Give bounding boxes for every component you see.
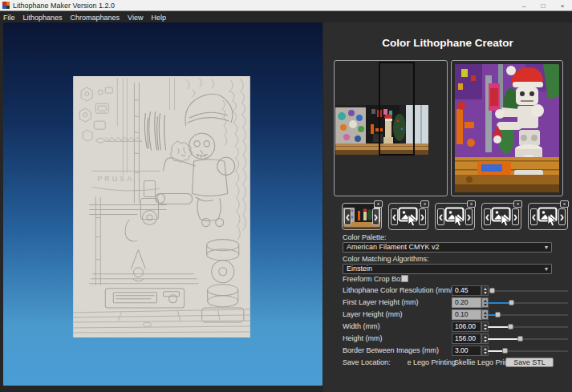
channel-widget-1[interactable]: ❮ ❯ x: [342, 203, 382, 230]
color-matching-value: Einstein: [347, 265, 372, 273]
resolution-input[interactable]: 0.45: [452, 285, 481, 296]
add-image-icon: [538, 206, 559, 228]
next-image-button[interactable]: ❯: [512, 208, 519, 225]
slider-handle[interactable]: [517, 336, 523, 341]
color-palette-value: American Filament CMYK v2: [347, 243, 440, 251]
spin-up-icon[interactable]: [484, 312, 487, 314]
slider-track: [488, 290, 568, 292]
remove-image-button[interactable]: x: [420, 200, 429, 208]
width-label: Width (mm): [343, 322, 380, 330]
next-image-button[interactable]: ❯: [372, 208, 379, 225]
remove-image-button[interactable]: x: [374, 200, 383, 208]
processed-preview: [455, 64, 559, 192]
menu-help[interactable]: Help: [151, 14, 166, 22]
next-image-button[interactable]: ❯: [419, 208, 426, 225]
slider-fill: [488, 338, 520, 340]
close-button[interactable]: ×: [553, 0, 572, 11]
slider-handle[interactable]: [495, 312, 501, 317]
chevron-down-icon: ▾: [545, 243, 548, 252]
color-matching-select[interactable]: Einstein ▾: [343, 264, 552, 274]
lithophane-3d-viewport[interactable]: PRUSA: [3, 22, 323, 386]
next-image-button[interactable]: ❯: [465, 208, 473, 225]
color-matching-label: Color Matching Algorithms:: [343, 255, 429, 263]
slider-fill: [488, 326, 510, 328]
spin-up-icon[interactable]: [484, 336, 487, 338]
next-image-button[interactable]: ❯: [558, 208, 566, 225]
source-image-box: [334, 60, 448, 196]
slider-handle[interactable]: [509, 300, 514, 305]
channel-widget-4[interactable]: ❮ ❯ x: [481, 203, 521, 230]
color-palette-select[interactable]: American Filament CMYK v2 ▾: [343, 242, 552, 253]
layer-height-label: Layer Height (mm): [343, 310, 403, 318]
prev-image-button[interactable]: ❮: [484, 208, 491, 225]
page-title: Color Lithophane Creator: [323, 37, 572, 49]
menubar: File Lithophanes Chromaphanes View Help: [0, 12, 572, 22]
add-image-icon: [398, 206, 420, 228]
prev-image-button[interactable]: ❮: [437, 208, 444, 225]
height-label: Height (mm): [343, 334, 383, 342]
first-layer-height-slider[interactable]: [488, 297, 568, 308]
prev-image-button[interactable]: ❮: [530, 208, 538, 225]
relief-prusa-text: PRUSA: [97, 175, 134, 183]
app-window: Lithophane Maker Version 1.2.0 – □ × Fil…: [0, 0, 572, 392]
lithophane-relief: PRUSA: [73, 76, 250, 337]
width-slider[interactable]: [488, 321, 568, 332]
prev-image-button[interactable]: ❮: [344, 208, 351, 225]
save-location-path[interactable]: es/Skellie Lego Printing/: [408, 358, 456, 366]
app-icon: [2, 2, 10, 9]
channel-thumbnail-row: ❮ ❯ x ❮ ❯ x: [342, 200, 569, 232]
spin-down-icon[interactable]: [484, 304, 487, 306]
first-layer-height-label: First Layer Height (mm): [343, 298, 419, 306]
minimize-button[interactable]: –: [514, 0, 533, 11]
layer-height-input[interactable]: 0.10: [452, 309, 481, 320]
remove-image-button[interactable]: x: [560, 200, 569, 208]
border-between-images-label: Border Between Images (mm): [343, 346, 439, 354]
width-input[interactable]: 106.00: [452, 321, 481, 332]
color-lithophane-panel: Color Lithophane Creator: [323, 22, 572, 392]
layer-height-slider[interactable]: [488, 309, 568, 320]
border-between-images-input[interactable]: 3.00: [452, 346, 481, 356]
menu-lithophanes[interactable]: Lithophanes: [23, 14, 63, 22]
spin-down-icon[interactable]: [484, 328, 487, 330]
add-image-icon: [444, 206, 466, 228]
border-slider[interactable]: [488, 346, 568, 356]
height-input[interactable]: 156.00: [452, 333, 481, 344]
save-location-label: Save Location:: [343, 358, 391, 366]
slider-handle[interactable]: [489, 288, 495, 293]
channel-widget-5[interactable]: ❮ ❯ x: [528, 203, 568, 230]
remove-image-button[interactable]: x: [467, 200, 476, 208]
spin-up-icon[interactable]: [484, 288, 487, 290]
spin-down-icon[interactable]: [484, 340, 487, 342]
save-stl-button[interactable]: Save STL: [505, 358, 554, 367]
prev-image-button[interactable]: ❮: [391, 208, 398, 225]
resolution-label: Lithophane Color Resolution (mm/pixel): [343, 286, 469, 294]
spin-up-icon[interactable]: [484, 348, 487, 350]
spin-up-icon[interactable]: [484, 324, 487, 326]
remove-image-button[interactable]: x: [513, 200, 522, 208]
window-title: Lithophane Maker Version 1.2.0: [13, 0, 115, 11]
chevron-down-icon: ▾: [545, 265, 548, 273]
crop-rectangle[interactable]: [379, 62, 415, 156]
channel-widget-2[interactable]: ❮ ❯ x: [388, 203, 428, 230]
spin-down-icon[interactable]: [484, 292, 487, 294]
slider-handle[interactable]: [508, 324, 513, 329]
freeform-crop-checkbox[interactable]: [401, 275, 408, 282]
menu-view[interactable]: View: [128, 14, 143, 22]
spin-up-icon[interactable]: [484, 300, 487, 302]
processed-image-box: [451, 60, 563, 196]
menu-chromaphanes[interactable]: Chromaphanes: [71, 14, 120, 22]
resolution-slider[interactable]: [488, 285, 568, 296]
height-slider[interactable]: [488, 333, 568, 344]
menu-file[interactable]: File: [3, 14, 15, 22]
freeform-crop-label: Freeform Crop Box: [343, 275, 404, 283]
slider-fill: [488, 302, 511, 304]
spin-down-icon[interactable]: [484, 352, 487, 354]
first-layer-height-input[interactable]: 0.20: [452, 297, 481, 308]
titlebar: Lithophane Maker Version 1.2.0 – □ ×: [0, 0, 572, 11]
slider-handle[interactable]: [502, 348, 508, 354]
channel-widget-3[interactable]: ❮ ❯ x: [435, 203, 475, 230]
add-image-icon: [491, 206, 513, 228]
color-palette-label: Color Palette:: [343, 233, 387, 241]
spin-down-icon[interactable]: [484, 316, 487, 318]
maximize-button[interactable]: □: [533, 0, 553, 11]
